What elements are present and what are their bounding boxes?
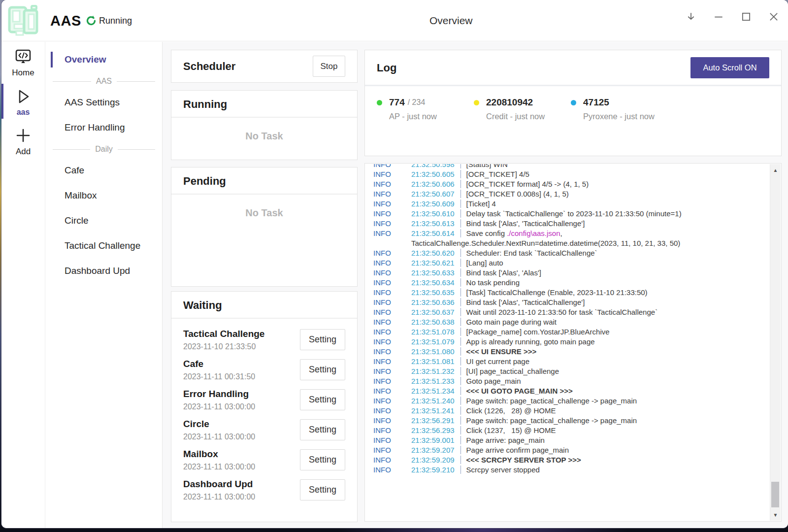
- log-level: INFO: [373, 455, 411, 465]
- nav-item-circle[interactable]: Circle: [46, 211, 162, 231]
- log-message: Page arrive: page_main: [466, 436, 545, 444]
- task-setting-button[interactable]: Setting: [300, 329, 345, 350]
- task-next-run: 2023-11-11 03:00:00: [183, 432, 255, 441]
- log-level: INFO: [373, 386, 411, 396]
- log-line: INFO21:32:50.634No task pending: [373, 278, 770, 288]
- log-level: INFO: [373, 435, 411, 445]
- task-setting-button[interactable]: Setting: [300, 389, 345, 410]
- task-name: Cafe: [183, 359, 255, 369]
- log-separator-icon: [460, 209, 461, 218]
- scheduler-card: Scheduler Stop: [171, 50, 358, 83]
- log-timestamp: 21:32:56.291: [411, 416, 455, 425]
- log-level: INFO: [373, 307, 411, 317]
- log-timestamp: 21:32:51.078: [411, 328, 455, 336]
- log-message: Page switch: page_tactical_challenge -> …: [466, 416, 637, 425]
- log-separator-icon: [460, 446, 461, 454]
- resource-stat: 47125Pyroxene - just now: [571, 97, 668, 121]
- stop-button[interactable]: Stop: [313, 56, 345, 77]
- task-info: Tactical Challenge2023-11-10 21:33:50: [183, 329, 264, 351]
- log-level: INFO: [373, 317, 411, 327]
- divider-line: [118, 149, 155, 150]
- log-line: INFO21:32:50.614Save config ./config\aas…: [373, 229, 770, 248]
- app-name: AAS: [50, 0, 81, 41]
- log-level: INFO: [373, 258, 411, 268]
- log-level: INFO: [373, 189, 411, 199]
- task-setting-button[interactable]: Setting: [300, 479, 345, 500]
- log-separator-icon: [460, 170, 461, 178]
- log-timestamp: 21:32:50.634: [411, 278, 455, 287]
- task-info: Mailbox2023-11-11 03:00:00: [183, 449, 255, 471]
- nav-menu: OverviewAASAAS SettingsError HandlingDai…: [46, 42, 163, 528]
- waiting-task-row: Circle2023-11-11 03:00:00Setting: [183, 415, 345, 445]
- log-timestamp: 21:32:50.635: [411, 288, 455, 297]
- log-separator-icon: [460, 416, 461, 425]
- log-line: INFO21:32:51.232[UI] page_tactical_chall…: [373, 366, 770, 376]
- log-message: Delay task `TacticalChallenge` to 2023-1…: [466, 209, 682, 218]
- log-message: Bind task ['Alas', 'Alas']: [466, 268, 541, 277]
- resource-stat: 774/ 234AP - just now: [377, 97, 474, 121]
- waiting-task-row: Mailbox2023-11-11 03:00:00Setting: [183, 445, 345, 475]
- log-timestamp: 21:32:59.207: [411, 446, 455, 454]
- log-level: INFO: [373, 465, 411, 475]
- waiting-task-row: Cafe2023-11-11 00:31:50Setting: [183, 355, 345, 385]
- log-timestamp: 21:32:50.606: [411, 180, 455, 188]
- log-message: <<< SCRCPY SERVER STOP >>>: [466, 456, 581, 464]
- scrollbar-thumb[interactable]: [771, 482, 779, 507]
- log-timestamp: 21:32:50.609: [411, 200, 455, 208]
- nav-item-cafe[interactable]: Cafe: [46, 161, 162, 180]
- stat-label: Credit - just now: [486, 112, 571, 121]
- task-setting-button[interactable]: Setting: [300, 359, 345, 380]
- rail-item-add[interactable]: Add: [1, 121, 45, 161]
- log-message: Wait until 2023-11-10 21:33:50 for task …: [466, 308, 658, 316]
- download-icon[interactable]: [686, 11, 696, 22]
- close-icon[interactable]: [768, 11, 779, 22]
- log-timestamp: 21:32:50.620: [411, 249, 455, 257]
- log-scroll-area[interactable]: INFO21:32:50.598[Status] WININFO21:32:50…: [365, 164, 770, 521]
- log-message: App is already running, goto main page: [466, 337, 595, 346]
- autoscroll-button[interactable]: Auto Scroll ON: [690, 57, 769, 78]
- log-message: Goto page_main: [466, 377, 521, 385]
- log-separator-icon: [460, 288, 461, 297]
- log-line: INFO21:32:51.078[Package_name] com.Yosta…: [373, 327, 770, 337]
- rail-item-home[interactable]: Home: [1, 42, 45, 82]
- log-line: INFO21:32:59.207Page arrive confirm page…: [373, 445, 770, 455]
- nav-item-dashboard-upd[interactable]: Dashboard Upd: [46, 261, 162, 281]
- log-line: INFO21:32:50.613Bind task ['Alas', 'Tact…: [373, 219, 770, 229]
- task-setting-button[interactable]: Setting: [300, 449, 345, 470]
- log-line: INFO21:32:50.605[OCR_TICKET] 4/5: [373, 169, 770, 179]
- log-line: INFO21:32:50.620Scheduler: End task `Tac…: [373, 248, 770, 258]
- maximize-icon[interactable]: [741, 11, 752, 22]
- stat-value: 774: [389, 97, 405, 108]
- log-timestamp: 21:32:59.001: [411, 436, 455, 444]
- nav-item-overview[interactable]: Overview: [46, 50, 162, 69]
- nav-item-tactical-challenge[interactable]: Tactical Challenge: [46, 236, 162, 256]
- log-timestamp: 21:32:50.613: [411, 219, 455, 228]
- scroll-down-icon[interactable]: ▼: [770, 512, 781, 518]
- rail-item-aas[interactable]: aas: [1, 82, 45, 121]
- log-message: [Task] TacticalChallenge (Enable, 2023-1…: [466, 288, 648, 297]
- log-line: INFO21:32:50.635[Task] TacticalChallenge…: [373, 288, 770, 298]
- log-line: INFO21:32:50.633Bind task ['Alas', 'Alas…: [373, 268, 770, 278]
- log-separator-icon: [460, 308, 461, 316]
- task-setting-button[interactable]: Setting: [300, 419, 345, 440]
- window-controls: [686, 0, 779, 33]
- log-level: INFO: [373, 248, 411, 258]
- scroll-up-icon[interactable]: ▲: [770, 167, 781, 173]
- nav-item-error-handling[interactable]: Error Handling: [46, 118, 162, 137]
- nav-item-aas-settings[interactable]: AAS Settings: [46, 93, 162, 112]
- log-separator-icon: [460, 466, 461, 474]
- log-line: INFO21:32:50.607[OCR_TICKET 0.008s] (4, …: [373, 189, 770, 199]
- log-level: INFO: [373, 357, 411, 366]
- log-separator-icon: [460, 190, 461, 198]
- log-message: Bind task ['Alas', 'TacticalChallenge']: [466, 219, 585, 228]
- log-separator-icon: [460, 328, 461, 336]
- log-message: No task pending: [466, 278, 520, 287]
- stat-dot-icon: [377, 100, 382, 105]
- log-timestamp: 21:32:50.633: [411, 268, 455, 277]
- minimize-icon[interactable]: [713, 11, 724, 22]
- stat-dot-icon: [571, 100, 576, 105]
- log-separator-icon: [460, 268, 461, 277]
- log-timestamp: 21:32:51.079: [411, 337, 455, 346]
- log-message: Click (1237, 15) @ HOME: [466, 426, 556, 434]
- nav-item-mailbox[interactable]: Mailbox: [46, 186, 162, 205]
